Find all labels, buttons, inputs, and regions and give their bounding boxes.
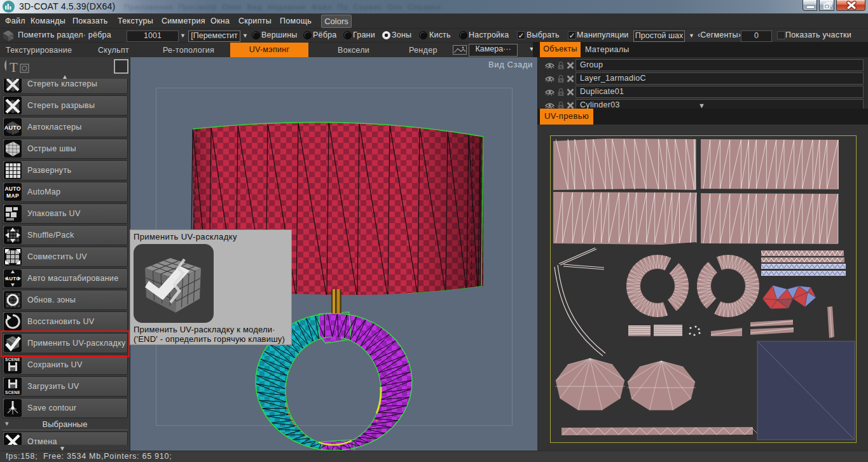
svg-text:SCENE: SCENE xyxy=(5,357,20,362)
svg-text:SCENE: SCENE xyxy=(5,390,20,395)
svg-text:AUTO: AUTO xyxy=(4,125,22,131)
svg-text:MAP: MAP xyxy=(6,193,19,199)
svg-text:AUTO: AUTO xyxy=(4,186,20,192)
svg-text:T: T xyxy=(10,60,18,75)
